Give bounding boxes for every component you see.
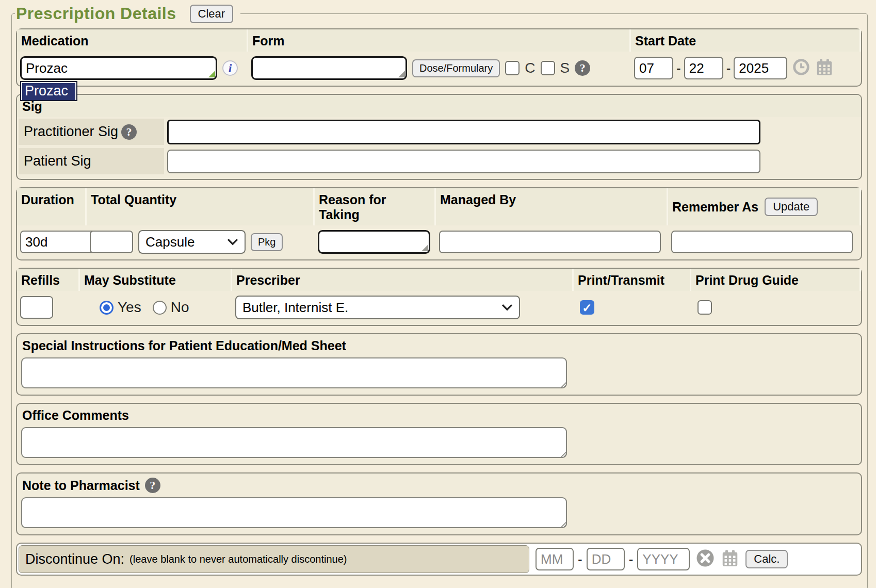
- medication-autocomplete-dropdown: Prozac: [20, 81, 77, 101]
- print-transmit-header: Print/Transmit: [574, 269, 691, 291]
- form-cell: Dose/Formulary C S ?: [248, 52, 631, 86]
- duration-cell: [17, 225, 87, 259]
- c-checkbox[interactable]: [505, 61, 520, 75]
- discontinue-day-input[interactable]: [587, 548, 625, 570]
- date-separator: -: [726, 60, 731, 76]
- total-quantity-cell: Capsule Pkg: [87, 225, 315, 259]
- sig-section: Sig Practitioner Sig? Patient Sig: [16, 94, 862, 180]
- print-transmit-checkbox[interactable]: ✓: [580, 300, 594, 315]
- managed-by-header: Managed By: [436, 188, 668, 225]
- dose-formulary-button[interactable]: Dose/Formulary: [412, 59, 500, 77]
- substitute-yes-radio[interactable]: [100, 301, 113, 315]
- resize-grip-icon[interactable]: [398, 71, 405, 77]
- sig-header: Sig: [17, 95, 861, 117]
- total-quantity-input[interactable]: [90, 231, 133, 253]
- calendar-icon[interactable]: [721, 549, 739, 569]
- practitioner-sig-help-icon[interactable]: ?: [121, 124, 137, 140]
- discontinue-label-cell: Discontinue On: (leave blank to never au…: [19, 545, 529, 573]
- form-header: Form: [248, 29, 631, 52]
- remember-as-header: Remember As: [672, 200, 758, 215]
- may-substitute-cell: Yes No: [80, 291, 232, 325]
- managed-by-input[interactable]: [439, 231, 661, 253]
- start-month-input[interactable]: [634, 57, 673, 79]
- calc-button[interactable]: Calc.: [745, 550, 788, 568]
- special-instructions-textarea[interactable]: [21, 357, 567, 388]
- discontinue-section: Discontinue On: (leave blank to never au…: [16, 543, 862, 576]
- clear-button[interactable]: Clear: [190, 5, 234, 23]
- medication-cell: Prozac i: [17, 52, 248, 86]
- discontinue-year-input[interactable]: [637, 548, 690, 570]
- reason-header: Reason for Taking: [315, 188, 436, 225]
- s-checkbox-label: S: [560, 60, 570, 76]
- date-separator: -: [629, 551, 634, 567]
- prescriber-select[interactable]: Butler, Internist E.: [235, 296, 520, 319]
- practitioner-sig-label-cell: Practitioner Sig?: [19, 119, 164, 145]
- practitioner-sig-label: Practitioner Sig: [24, 124, 118, 140]
- medication-input[interactable]: [20, 56, 217, 80]
- update-button[interactable]: Update: [765, 198, 818, 216]
- note-to-pharmacist-header: Note to Pharmacist: [22, 478, 140, 493]
- start-date-cell: - -: [631, 52, 861, 86]
- special-instructions-header: Special Instructions for Patient Educati…: [17, 334, 861, 356]
- discontinue-hint: (leave blank to never automatically disc…: [129, 553, 347, 565]
- total-quantity-header: Total Quantity: [87, 188, 315, 225]
- substitute-no-radio[interactable]: [153, 301, 167, 315]
- date-separator: -: [578, 551, 582, 567]
- prescription-details-fieldset: Prescription Details Clear Medication Fo…: [11, 4, 868, 588]
- managed-by-cell: [436, 225, 668, 259]
- resize-grip-icon[interactable]: [208, 71, 215, 77]
- print-drug-guide-header: Print Drug Guide: [691, 269, 861, 291]
- calendar-icon[interactable]: [815, 58, 834, 78]
- remember-as-input[interactable]: [671, 231, 853, 253]
- resize-grip-icon[interactable]: [558, 449, 567, 460]
- note-to-pharmacist-section: Note to Pharmacist ?: [16, 472, 862, 535]
- medication-section: Medication Form Start Date Prozac i: [16, 28, 862, 87]
- form-input[interactable]: [251, 56, 407, 80]
- details-section: Duration Total Quantity Reason for Takin…: [16, 187, 862, 260]
- print-drug-guide-checkbox[interactable]: [697, 300, 712, 315]
- discontinue-month-input[interactable]: [536, 548, 574, 570]
- resize-grip-icon[interactable]: [558, 519, 567, 530]
- note-to-pharmacist-textarea[interactable]: [21, 497, 567, 528]
- note-to-pharmacist-help-icon[interactable]: ?: [145, 478, 160, 493]
- prescriber-header: Prescriber: [232, 269, 574, 291]
- patient-sig-input[interactable]: [167, 150, 760, 173]
- start-day-input[interactable]: [684, 57, 723, 79]
- start-year-input[interactable]: [734, 57, 787, 79]
- pkg-button[interactable]: Pkg: [251, 233, 283, 251]
- clear-date-icon[interactable]: [696, 549, 715, 569]
- c-checkbox-label: C: [525, 60, 535, 76]
- refills-input[interactable]: [20, 296, 53, 319]
- remember-as-cell: [668, 225, 861, 259]
- reason-cell: [315, 225, 436, 259]
- print-transmit-cell: ✓: [574, 291, 691, 325]
- resize-grip-icon[interactable]: [558, 379, 567, 390]
- patient-sig-label: Patient Sig: [24, 153, 91, 169]
- options-section: Refills May Substitute Prescriber Print/…: [16, 268, 862, 326]
- may-substitute-header: May Substitute: [80, 269, 232, 291]
- substitute-no-label: No: [171, 299, 189, 316]
- fieldset-legend: Prescription Details Clear: [15, 4, 240, 23]
- refills-cell: [17, 291, 80, 325]
- patient-sig-label-cell: Patient Sig: [19, 148, 164, 174]
- remember-as-header-cell: Remember As Update: [668, 188, 861, 225]
- substitute-yes-label: Yes: [118, 299, 141, 316]
- special-instructions-section: Special Instructions for Patient Educati…: [16, 333, 862, 396]
- prescriber-select-value: Butler, Internist E.: [242, 300, 348, 316]
- chevron-down-icon: [227, 238, 238, 246]
- practitioner-sig-input[interactable]: [167, 120, 760, 144]
- discontinue-label: Discontinue On:: [25, 551, 124, 567]
- resize-grip-icon[interactable]: [421, 244, 428, 251]
- form-select[interactable]: Capsule: [138, 230, 246, 254]
- print-drug-guide-cell: [691, 291, 861, 325]
- medication-header: Medication: [17, 29, 248, 52]
- page-title: Prescription Details: [16, 4, 176, 23]
- chevron-down-icon: [501, 304, 513, 311]
- autocomplete-item-prozac[interactable]: Prozac: [22, 83, 75, 100]
- cs-help-icon[interactable]: ?: [575, 60, 590, 76]
- medication-info-icon[interactable]: i: [222, 60, 238, 76]
- s-checkbox[interactable]: [541, 61, 555, 75]
- office-comments-textarea[interactable]: [21, 427, 567, 458]
- clock-icon[interactable]: [792, 58, 810, 78]
- reason-input[interactable]: [318, 230, 430, 254]
